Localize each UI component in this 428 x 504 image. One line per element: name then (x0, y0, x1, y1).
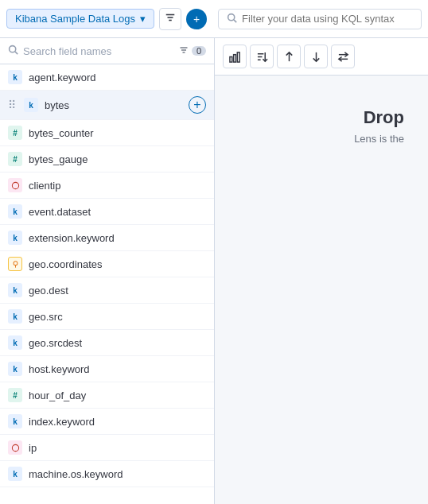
viz-toolbar (215, 38, 428, 76)
svg-point-10 (12, 182, 18, 188)
data-source-button[interactable]: Kibana Sample Data Logs ▾ (6, 9, 154, 29)
svg-point-3 (228, 14, 235, 20)
list-item[interactable]: k geo.srcdest + (0, 330, 214, 356)
field-type-badge: k (8, 70, 22, 84)
field-type-badge: # (8, 152, 22, 166)
svg-rect-15 (233, 54, 235, 61)
left-panel: 0 k agent.keyword + ⠿ k bytes + # bytes_… (0, 38, 215, 504)
list-item[interactable]: k geo.dest + (0, 277, 214, 304)
kql-input[interactable] (242, 13, 413, 25)
list-item[interactable]: k host.keyword + (0, 356, 214, 382)
field-type-badge: k (8, 231, 22, 245)
chevron-down-icon: ▾ (140, 13, 146, 25)
filter-badge: 0 (179, 45, 206, 57)
field-type-badge (8, 440, 22, 455)
list-item[interactable]: k event.dataset + (0, 199, 214, 225)
field-type-badge (8, 178, 22, 192)
svg-point-13 (12, 444, 18, 451)
chart-type-button[interactable] (223, 45, 247, 68)
drag-handle-icon: ⠿ (8, 99, 16, 111)
data-source-label: Kibana Sample Data Logs (15, 13, 135, 25)
filter-icon (165, 12, 176, 25)
svg-point-5 (10, 46, 16, 52)
field-type-badge: k (8, 414, 22, 428)
field-name: machine.os.keyword (29, 468, 206, 480)
list-item[interactable]: k index.keyword + (0, 409, 214, 435)
drop-zone: Drop Lens is the (215, 76, 428, 504)
list-item[interactable]: k extension.keyword + (0, 225, 214, 251)
field-type-badge: k (8, 309, 22, 324)
drop-subtext: Lens is the (354, 133, 404, 145)
field-name: geo.src (29, 311, 206, 323)
plus-icon: + (193, 13, 200, 25)
field-search-bar: 0 (0, 38, 214, 64)
field-type-badge: # (8, 388, 22, 402)
field-name: geo.dest (29, 285, 206, 297)
field-name: hour_of_day (29, 390, 206, 401)
field-type-badge: k (8, 467, 22, 481)
filter-button[interactable] (159, 8, 181, 30)
list-item[interactable]: k agent.keyword + (0, 64, 214, 91)
top-bar: Kibana Sample Data Logs ▾ + (0, 0, 428, 38)
add-field-button[interactable]: + (189, 96, 206, 114)
list-item[interactable]: geo.coordinates + (0, 251, 214, 277)
list-item[interactable]: # bytes_counter + (0, 120, 214, 146)
field-type-badge: k (8, 335, 22, 350)
list-item[interactable]: # hour_of_day + (0, 382, 214, 409)
list-item[interactable]: k machine.os.keyword + (0, 461, 214, 487)
list-item[interactable]: ⠿ k bytes + (0, 91, 214, 120)
kql-filter-bar (218, 9, 422, 29)
field-name: geo.coordinates (29, 258, 206, 270)
field-type-badge: k (8, 283, 22, 297)
sort-button[interactable] (250, 45, 274, 68)
drop-heading: Drop (364, 107, 404, 128)
field-type-badge (8, 257, 22, 271)
field-name: host.keyword (29, 363, 206, 375)
main-layout: 0 k agent.keyword + ⠿ k bytes + # bytes_… (0, 38, 428, 504)
sort-asc-button[interactable] (277, 45, 301, 68)
field-name: index.keyword (29, 416, 206, 428)
filter-count: 0 (192, 46, 206, 56)
field-name: clientip (29, 180, 206, 192)
svg-point-11 (14, 261, 18, 265)
list-item[interactable]: ip + (0, 435, 214, 461)
list-item[interactable]: k geo.src + (0, 304, 214, 330)
filter-icon (179, 45, 189, 57)
field-type-badge: k (8, 204, 22, 219)
field-name: ip (29, 442, 206, 454)
field-name: event.dataset (29, 206, 206, 218)
sort-desc-button[interactable] (304, 45, 328, 68)
field-name: agent.keyword (29, 72, 206, 83)
field-list: k agent.keyword + ⠿ k bytes + # bytes_co… (0, 64, 214, 504)
list-item[interactable]: # bytes_gauge + (0, 146, 214, 173)
right-panel: Drop Lens is the (215, 38, 428, 504)
search-icon (8, 45, 18, 57)
list-item[interactable]: clientip + (0, 173, 214, 199)
field-name: extension.keyword (29, 232, 206, 244)
field-type-badge: k (24, 98, 38, 112)
field-name: geo.srcdest (29, 337, 206, 349)
field-name: bytes_counter (29, 127, 206, 139)
field-name: bytes_gauge (29, 153, 206, 165)
search-icon (227, 13, 237, 25)
field-type-badge: k (8, 362, 22, 376)
field-type-badge: # (8, 126, 22, 140)
svg-rect-14 (229, 56, 232, 62)
svg-line-6 (15, 52, 18, 54)
field-name: bytes (45, 99, 182, 111)
swap-button[interactable] (331, 45, 355, 68)
search-input[interactable] (23, 45, 174, 57)
svg-rect-16 (237, 52, 239, 61)
svg-line-4 (234, 19, 236, 21)
add-button[interactable]: + (186, 9, 207, 29)
